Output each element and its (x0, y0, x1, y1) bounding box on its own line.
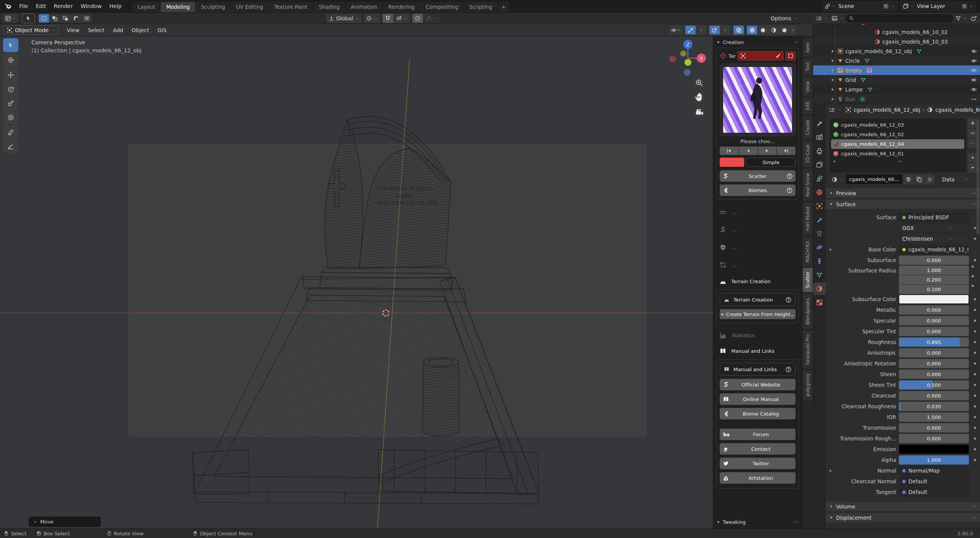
base-color-field[interactable]: cgaxis_models_66_12_04.jpg (899, 245, 969, 254)
tool-select-box-button[interactable] (3, 38, 18, 52)
properties-tab-tool[interactable] (813, 117, 826, 130)
browse-material-dropdown[interactable] (830, 174, 845, 184)
first-preset-button[interactable] (720, 147, 738, 155)
outliner-item-sun[interactable]: Sun (813, 94, 980, 104)
link-official-website-button[interactable]: Official Website (720, 379, 795, 390)
tab-scripting[interactable]: Scripting (464, 2, 498, 12)
select-mode-intersect-button[interactable] (82, 14, 92, 23)
transmission-slider[interactable]: 0.000 (899, 423, 969, 432)
collapsed-subpanel-2[interactable]: ... (715, 238, 800, 256)
viewport-menu-select[interactable]: Select (83, 26, 108, 34)
overlays-dropdown[interactable] (720, 26, 730, 34)
eye-open-icon[interactable] (971, 77, 977, 83)
properties-tab-physics[interactable] (813, 241, 826, 254)
expand-icon[interactable] (828, 247, 833, 252)
next-preset-button[interactable] (758, 147, 777, 155)
drag-dots-icon[interactable] (971, 191, 977, 196)
ior-slider[interactable]: 1.500 (899, 412, 969, 422)
prev-preset-button[interactable] (739, 147, 758, 155)
preview-panel-header[interactable]: Preview (826, 188, 980, 198)
new-scene-button[interactable] (883, 3, 889, 9)
eye-closed-icon[interactable] (971, 96, 977, 102)
statistics-panel-header[interactable]: Statistics (715, 327, 800, 343)
creation-panel-header[interactable]: Creation (715, 37, 800, 47)
active-tool-button[interactable] (22, 13, 35, 23)
outliner-item-grid[interactable]: Grid (813, 75, 980, 85)
help-icon[interactable] (785, 297, 792, 303)
drag-dots-icon[interactable] (794, 519, 799, 525)
specular-tint-slider[interactable]: 0.000 (899, 327, 969, 336)
scene-selector[interactable]: Scene (822, 2, 898, 11)
outliner-item-lampe[interactable]: Lampe (813, 85, 980, 94)
help-icon[interactable] (786, 187, 793, 194)
orientation-dropdown[interactable]: Global (326, 14, 361, 23)
slot-filter-icon[interactable] (833, 160, 836, 163)
expand-icon[interactable] (830, 58, 835, 64)
drag-dots-icon[interactable] (971, 515, 977, 520)
properties-tab-object-data[interactable] (813, 269, 826, 281)
snap-target-dropdown[interactable] (394, 14, 410, 23)
outliner-item-cgaxis_models_66_12_obj[interactable]: cgaxis_models_66_12_obj (813, 46, 980, 56)
operator-panel[interactable]: Move (29, 517, 101, 527)
proportional-edit-toggle[interactable] (412, 14, 423, 23)
tab-animation[interactable]: Animation (345, 2, 382, 12)
terrain-panel-header[interactable]: Terrain Creation (715, 274, 800, 289)
new-view-layer-button[interactable] (962, 3, 967, 9)
expand-icon[interactable] (830, 68, 835, 73)
properties-tab-output[interactable] (813, 145, 826, 157)
navigation-gizmo[interactable]: Z X (666, 37, 708, 121)
expand-icon[interactable] (828, 468, 833, 473)
falloff-dropdown[interactable] (423, 14, 440, 23)
xray-toggle[interactable] (733, 26, 744, 34)
tab-compositing[interactable]: Compositing (420, 2, 464, 12)
sheen-slider[interactable]: 0.000 (899, 370, 969, 379)
options-dropdown[interactable]: Options (767, 14, 801, 23)
biomes-button[interactable]: Biomes (720, 184, 795, 196)
collapsed-subpanel-3[interactable]: ... (715, 256, 800, 274)
normal-field[interactable]: Normal/Map (899, 466, 969, 475)
help-icon[interactable] (785, 366, 792, 373)
viewport-menu-gis[interactable]: GIS (153, 26, 171, 34)
scatter-button[interactable]: Scatter (720, 170, 795, 182)
volume-panel-header[interactable]: Volume (826, 501, 980, 512)
camera-view-button[interactable] (694, 106, 705, 118)
tweaking-panel-header[interactable]: Tweaking (715, 517, 800, 527)
eye-open-icon[interactable] (971, 67, 977, 73)
subsurface-color-swatch[interactable] (899, 295, 969, 304)
shading-rendered-button[interactable] (779, 26, 789, 34)
tab-uv-editing[interactable]: UV Editing (231, 2, 268, 12)
sidebar-tab-tool[interactable]: Tool (803, 59, 813, 75)
zoom-button[interactable] (694, 77, 705, 89)
filter-icon[interactable] (955, 15, 961, 21)
outliner-row-clipped[interactable] (813, 24, 980, 27)
sidebar-tab-scatter[interactable]: Scatter (803, 268, 813, 292)
snap-toggle[interactable] (382, 14, 393, 23)
sidebar-tab-3d-coat[interactable]: 3D-Coat (803, 141, 813, 167)
outliner[interactable]: cgaxis_models_66_10_02cgaxis_models_66_1… (813, 24, 980, 104)
viewport-menu-view[interactable]: View (62, 26, 83, 34)
shading-solid-button[interactable] (758, 26, 768, 34)
help-icon[interactable] (786, 173, 793, 179)
tool-annotate-button[interactable] (3, 126, 18, 139)
displacement-panel-header[interactable]: Displacement (826, 512, 980, 523)
metallic-slider[interactable]: 0.000 (899, 305, 969, 315)
transmission-rough----slider[interactable]: 0.000 (899, 434, 969, 443)
last-preset-button[interactable] (777, 147, 795, 155)
tab-shading[interactable]: Shading (313, 2, 345, 12)
tool-rotate-button[interactable] (3, 82, 18, 96)
shading-wireframe-button[interactable] (747, 26, 757, 34)
unlink-scene-button[interactable] (890, 3, 896, 9)
sidebar-tab-blendpeaks[interactable]: Blendpeaks (803, 294, 813, 329)
terrain-box-title[interactable]: Terrain Creation (720, 293, 795, 306)
sidebar-tab-polygoniq[interactable]: polygoniq (803, 370, 813, 400)
unlink-material-button[interactable] (925, 174, 934, 184)
gizmo-toggle[interactable] (685, 26, 696, 34)
material-slot[interactable]: cgaxis_models_66_12_04 (831, 139, 964, 149)
link-artstation-button[interactable]: Artstation (720, 472, 795, 484)
preset-color-swatch[interactable] (720, 158, 744, 167)
sheen-tint-slider[interactable]: 0.500 (899, 380, 969, 390)
shading-dropdown[interactable] (790, 26, 796, 34)
menu-file[interactable]: File (15, 2, 32, 10)
tab-modeling[interactable]: Modeling (161, 2, 195, 12)
sidebar-tab-real-snow[interactable]: Real Snow (803, 169, 813, 201)
